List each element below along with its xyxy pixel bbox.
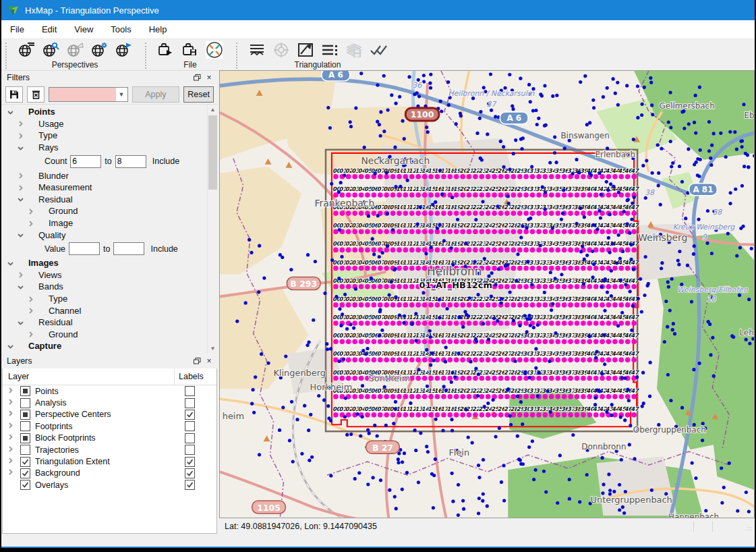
chevron-down-icon[interactable] bbox=[7, 108, 15, 116]
layers-float-icon[interactable] bbox=[191, 356, 203, 366]
chevron-right-icon[interactable] bbox=[17, 171, 25, 180]
globe-search-icon[interactable] bbox=[38, 40, 63, 60]
chevron-down-icon[interactable] bbox=[7, 259, 15, 267]
layer-row-overlays[interactable]: Overlays bbox=[3, 479, 216, 491]
chevron-right-icon[interactable] bbox=[27, 330, 35, 338]
filter-tree-item-type[interactable]: Type bbox=[1, 130, 208, 142]
menu-file[interactable]: File bbox=[1, 22, 33, 37]
save-filter-button[interactable] bbox=[5, 86, 23, 103]
layers-close-icon[interactable]: × bbox=[203, 356, 215, 366]
layer-labels-checkbox[interactable] bbox=[185, 445, 195, 455]
apply-button[interactable]: Apply bbox=[132, 86, 180, 103]
layer-visibility-checkbox[interactable] bbox=[20, 410, 30, 420]
filter-tree-item-usage[interactable]: Usage bbox=[1, 118, 208, 130]
menu-view[interactable]: View bbox=[65, 22, 102, 37]
layer-row-points[interactable]: Points bbox=[3, 385, 216, 397]
chevron-right-icon[interactable] bbox=[17, 271, 25, 279]
layer-row-analysis[interactable]: Analysis bbox=[3, 397, 216, 408]
chevron-down-icon[interactable] bbox=[7, 342, 15, 350]
chevron-right-icon[interactable] bbox=[27, 306, 35, 314]
filters-close-icon[interactable]: × bbox=[203, 72, 215, 83]
chevron-right-icon[interactable] bbox=[7, 410, 15, 419]
map-canvas[interactable]: 0001020304050607080910111213141516171819… bbox=[219, 70, 755, 518]
filter-tree-item-measurement[interactable]: Measurement bbox=[1, 182, 208, 194]
filter-tree-item-residual[interactable]: Residual bbox=[1, 316, 208, 329]
layer-visibility-checkbox[interactable] bbox=[20, 421, 30, 431]
list-icon[interactable] bbox=[318, 40, 342, 60]
resize-grip[interactable]: .:: bbox=[745, 525, 752, 532]
layer-row-background[interactable]: Background bbox=[3, 468, 216, 479]
scroll-down-icon[interactable]: ▼ bbox=[208, 343, 218, 354]
combobox-dropdown-icon[interactable]: ▼ bbox=[116, 88, 127, 101]
menu-tools[interactable]: Tools bbox=[102, 22, 140, 37]
filter-tree-item-images[interactable]: Images bbox=[1, 257, 208, 269]
chevron-right-icon[interactable] bbox=[27, 219, 35, 227]
layer-labels-checkbox[interactable] bbox=[185, 386, 195, 396]
briefcase-open-icon[interactable] bbox=[154, 40, 178, 60]
chevron-right-icon[interactable] bbox=[17, 184, 25, 192]
layer-labels-checkbox[interactable] bbox=[185, 433, 195, 443]
chevron-right-icon[interactable] bbox=[27, 295, 35, 303]
filter-tree-item-contains[interactable]: Contains bbox=[1, 352, 208, 354]
layer-visibility-checkbox[interactable] bbox=[20, 386, 30, 396]
layer-labels-checkbox[interactable] bbox=[185, 398, 195, 408]
layer-visibility-checkbox[interactable] bbox=[20, 468, 30, 478]
filter-tree-item-blunder[interactable]: Blunder bbox=[1, 169, 208, 182]
menu-edit[interactable]: Edit bbox=[33, 22, 65, 37]
chevron-right-icon[interactable] bbox=[7, 387, 15, 396]
filter-tree-item-views[interactable]: Views bbox=[1, 269, 208, 281]
globe-play-icon[interactable] bbox=[111, 40, 136, 60]
filters-float-icon[interactable] bbox=[191, 72, 203, 83]
chevron-right-icon[interactable] bbox=[7, 433, 15, 443]
stack-match-icon[interactable] bbox=[245, 40, 269, 60]
range-min-input[interactable] bbox=[69, 242, 100, 255]
chevron-right-icon[interactable] bbox=[17, 132, 25, 140]
filter-tree-item-type[interactable]: Type bbox=[1, 293, 208, 305]
layer-row-footprints[interactable]: Footprints bbox=[3, 420, 216, 432]
scroll-up-icon[interactable]: ▲ bbox=[208, 105, 218, 115]
chevron-right-icon[interactable] bbox=[17, 119, 25, 128]
toolbar-grip[interactable] bbox=[145, 43, 150, 69]
layer-labels-checkbox[interactable] bbox=[185, 468, 195, 478]
layer-visibility-checkbox[interactable] bbox=[20, 433, 30, 443]
range-max-input[interactable] bbox=[113, 242, 144, 255]
filter-tree-item-capture[interactable]: Capture bbox=[1, 340, 208, 352]
layer-labels-checkbox[interactable] bbox=[185, 410, 195, 420]
chevron-down-icon[interactable] bbox=[17, 283, 25, 291]
filter-tree-item-channel[interactable]: Channel bbox=[1, 304, 208, 316]
chevron-down-icon[interactable] bbox=[17, 319, 25, 327]
layer-row-block-footprints[interactable]: Block Footprints bbox=[3, 433, 216, 444]
fit-view-icon[interactable] bbox=[202, 40, 227, 60]
reset-button[interactable]: Reset bbox=[183, 86, 214, 103]
filters-scrollbar[interactable]: ▲ ▼ bbox=[207, 105, 218, 354]
chevron-down-icon[interactable] bbox=[17, 144, 25, 152]
menu-help[interactable]: Help bbox=[140, 22, 176, 37]
chevron-right-icon[interactable] bbox=[27, 207, 35, 215]
filter-tree-item-quality[interactable]: Quality bbox=[1, 229, 208, 241]
chevron-down-icon[interactable] bbox=[17, 231, 25, 239]
layer-visibility-checkbox[interactable] bbox=[20, 398, 30, 408]
toolbar-grip[interactable] bbox=[236, 43, 241, 69]
filter-tree-item-image[interactable]: Image bbox=[1, 217, 208, 229]
delete-filter-button[interactable] bbox=[27, 86, 45, 103]
layer-visibility-checkbox[interactable] bbox=[20, 457, 30, 467]
briefcase-save-icon[interactable] bbox=[178, 40, 202, 60]
layer-visibility-checkbox[interactable] bbox=[20, 480, 30, 490]
range-min-input[interactable] bbox=[70, 155, 101, 168]
chevron-right-icon[interactable] bbox=[7, 457, 15, 466]
title-bar[interactable]: HxMap - Triangulation Perspective bbox=[1, 0, 755, 20]
globe-gear-icon[interactable] bbox=[87, 40, 111, 60]
chevron-down-icon[interactable] bbox=[17, 195, 25, 203]
filter-preset-combobox[interactable]: ▼ bbox=[49, 87, 127, 102]
filter-tree-item-residual[interactable]: Residual bbox=[1, 194, 208, 206]
chevron-right-icon[interactable] bbox=[7, 422, 15, 431]
globe-lines-icon[interactable] bbox=[14, 40, 38, 60]
filter-tree-item-rays[interactable]: Rays bbox=[1, 142, 208, 154]
layer-labels-checkbox[interactable] bbox=[185, 457, 195, 467]
range-max-input[interactable] bbox=[115, 155, 146, 168]
chevron-right-icon[interactable] bbox=[7, 445, 15, 455]
chevron-right-icon[interactable] bbox=[7, 468, 15, 478]
layer-row-perspective-centers[interactable]: Perspective Centers bbox=[3, 409, 216, 420]
filter-tree-item-points[interactable]: Points bbox=[1, 106, 208, 118]
layer-labels-checkbox[interactable] bbox=[185, 421, 195, 431]
